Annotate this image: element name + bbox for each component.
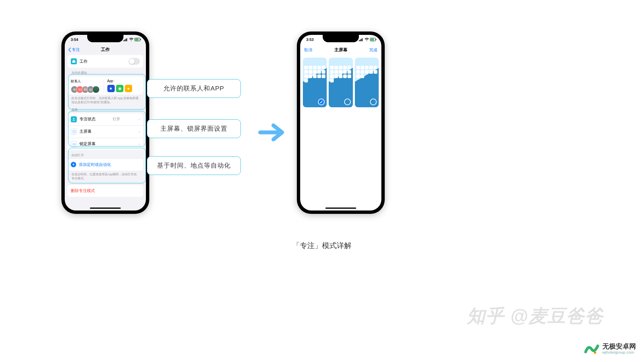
work-icon xyxy=(71,58,77,64)
svg-rect-0 xyxy=(123,40,124,41)
svg-rect-13 xyxy=(362,38,363,41)
right-phone-screen: 3:53 取消 主屏幕 完成 xyxy=(300,35,381,210)
left-phone-screen: 3:54 专注 工作 工作 允许的通知 xyxy=(65,35,146,210)
svg-rect-1 xyxy=(124,40,125,41)
signal-icon xyxy=(359,38,364,41)
svg-rect-15 xyxy=(371,39,374,41)
home-screen-label: 主屏幕 xyxy=(79,129,92,134)
svg-rect-3 xyxy=(126,38,127,41)
contacts-label: 联系人 xyxy=(71,79,81,84)
lock-screen-row[interactable]: ▭ 锁定屏幕 › xyxy=(67,138,143,150)
allowed-notifications-block: 联系人 › 爸 红 妈 姑 App xyxy=(67,76,143,95)
focus-status-label: 专注状态 xyxy=(79,116,96,122)
callout-label-c: 基于时间、地点等自动化 xyxy=(147,156,241,175)
wifi-icon xyxy=(365,38,369,41)
nav-bar: 专注 工作 xyxy=(65,44,146,55)
auto-header: 自动打开 xyxy=(67,150,143,159)
sheet-title: 主屏幕 xyxy=(334,47,347,53)
status-time: 3:54 xyxy=(71,38,78,42)
allowed-contacts[interactable]: 联系人 › 爸 红 妈 姑 xyxy=(71,79,104,93)
svg-rect-16 xyxy=(376,39,377,40)
svg-point-17 xyxy=(594,352,596,354)
focus-status-icon xyxy=(71,116,77,122)
add-automation-row[interactable]: + 添加定时或自动化 xyxy=(67,159,143,171)
sheet-navbar: 取消 主屏幕 完成 xyxy=(300,44,381,56)
app-icon: ● xyxy=(125,85,132,92)
work-label: 工作 xyxy=(79,59,88,64)
focus-status-value: 打开 xyxy=(113,117,120,122)
chevron-right-icon: › xyxy=(139,142,140,146)
cancel-button[interactable]: 取消 xyxy=(304,47,312,53)
svg-rect-6 xyxy=(141,39,141,40)
home-screen-thumbnail[interactable] xyxy=(355,58,379,107)
chevron-right-icon: › xyxy=(82,80,83,83)
chevron-right-icon: › xyxy=(114,79,115,83)
zhihu-watermark: 知乎 @麦豆爸爸 xyxy=(467,304,604,328)
add-automation-label: 添加定时或自动化 xyxy=(79,162,111,168)
svg-rect-8 xyxy=(73,60,74,61)
arrow-right-icon xyxy=(258,121,288,144)
home-screen-thumbnail[interactable] xyxy=(303,58,327,107)
home-screen-thumbnails xyxy=(300,56,381,109)
selection-circle-icon xyxy=(370,99,377,105)
callout-label-a: 允许的联系人和APP xyxy=(147,79,241,98)
svg-rect-7 xyxy=(72,61,75,63)
svg-rect-11 xyxy=(360,40,361,41)
options-header: 选项 xyxy=(67,105,143,113)
work-toggle-row[interactable]: 工作 xyxy=(67,55,143,68)
battery-icon xyxy=(135,38,141,41)
focus-status-row[interactable]: 专注状态 打开 › xyxy=(67,113,143,125)
app-icon: ★ xyxy=(107,85,115,92)
battery-icon xyxy=(370,38,377,41)
callout-label-b: 主屏幕、锁屏界面设置 xyxy=(147,119,241,138)
settings-list: 工作 允许的通知 联系人 › 爸 红 妈 xyxy=(65,55,146,197)
lock-screen-label: 锁定屏幕 xyxy=(79,141,96,147)
nav-title: 工作 xyxy=(65,47,146,53)
svg-rect-12 xyxy=(361,39,362,41)
notch xyxy=(323,35,359,42)
signal-icon xyxy=(123,38,128,41)
svg-rect-2 xyxy=(125,39,126,41)
selection-circle-icon xyxy=(344,99,351,105)
allowed-footnote: 此专注模式打开时，允许联系人和 App 的来电和通知以及标记为“时效性”的通知。 xyxy=(67,95,143,105)
plus-icon: + xyxy=(71,162,76,167)
status-time: 3:53 xyxy=(306,38,314,42)
delete-focus-label: 删除专注模式 xyxy=(71,188,95,194)
selection-checkmark-icon xyxy=(318,99,325,105)
app-icon: ◉ xyxy=(116,85,123,92)
done-button[interactable]: 完成 xyxy=(369,47,377,53)
site-name: 无极安卓网 xyxy=(602,343,636,350)
svg-rect-5 xyxy=(135,39,139,41)
left-phone-frame: 3:54 专注 工作 工作 允许的通知 xyxy=(61,32,149,214)
home-screen-thumbnail[interactable] xyxy=(329,58,353,107)
auto-footnote: 在设定时间、位置或使用某App期间，自动打开此专注模式。 xyxy=(67,171,143,181)
chevron-right-icon: › xyxy=(139,129,140,134)
allowed-header: 允许的通知 xyxy=(67,68,143,76)
right-phone-frame: 3:53 取消 主屏幕 完成 xyxy=(297,32,385,214)
site-logo-icon xyxy=(584,341,599,356)
site-domain: wjhotelgroup.com xyxy=(602,350,636,355)
apps-label: App xyxy=(107,79,113,83)
chevron-right-icon: › xyxy=(139,117,140,122)
lock-screen-icon: ▭ xyxy=(71,141,77,147)
site-watermark: 无极安卓网 wjhotelgroup.com xyxy=(584,341,636,356)
home-indicator xyxy=(90,207,121,209)
allowed-apps[interactable]: App › ★ ◉ ● xyxy=(104,79,140,93)
home-screen-row[interactable]: ▢ 主屏幕 › xyxy=(67,125,143,138)
status-indicators xyxy=(123,38,141,41)
avatar xyxy=(92,86,100,93)
svg-rect-10 xyxy=(359,40,360,41)
home-indicator xyxy=(325,207,356,209)
delete-focus-row[interactable]: 删除专注模式 xyxy=(67,185,143,197)
notch xyxy=(87,35,123,42)
home-screen-icon: ▢ xyxy=(71,129,77,135)
work-switch[interactable] xyxy=(128,58,140,65)
svg-point-9 xyxy=(73,118,74,119)
status-indicators xyxy=(359,38,377,41)
contact-avatars: 爸 红 妈 姑 xyxy=(71,86,104,93)
image-caption: 「专注」模式详解 xyxy=(292,241,352,251)
wifi-icon xyxy=(129,38,133,41)
